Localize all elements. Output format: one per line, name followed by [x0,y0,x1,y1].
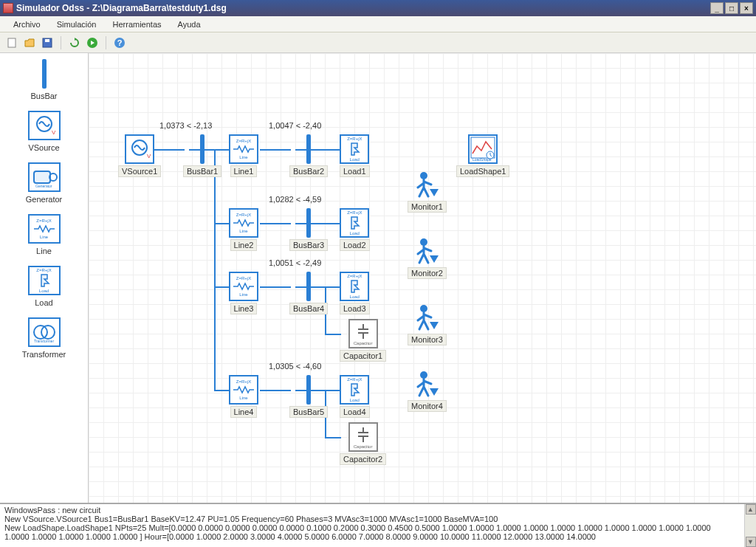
help-icon: ? [114,37,126,49]
node-line2[interactable]: Z=R+jXLine Line2 [229,208,258,251]
svg-text:?: ? [117,38,123,47]
console-scrollbar[interactable]: ▲ ▼ [744,504,756,547]
node-label: Capacitor1 [340,350,386,362]
voltage-label: 1,0305 < -4,60 [269,362,321,371]
node-monitor3[interactable]: Monitor3 [408,303,447,345]
menu-archivo[interactable]: Archivo [6,18,48,31]
svg-text:V: V [147,153,151,159]
maximize-button[interactable]: □ [725,2,738,14]
node-vsource1[interactable]: V VSource1 [118,134,161,177]
wire [214,390,230,391]
load-icon: Z=R+jXLoad [340,134,369,164]
generator-icon: Generator [28,162,61,192]
node-capacitor2[interactable]: Capacitor Capacitor2 [340,422,386,465]
load-icon: Z=R+jXLoad [340,375,369,405]
output-console: WindowsPass : new circuit New VSource.VS… [0,503,756,547]
svg-rect-0 [8,38,16,47]
busbar-icon [42,59,47,89]
node-monitor4[interactable]: Monitor4 [408,369,447,412]
busbar-icon [294,134,323,164]
palette-item-busbar[interactable]: BusBar [28,59,61,100]
monitor-icon [413,170,440,199]
voltage-label: 1,0051 < -2,49 [269,258,321,267]
palette-item-vsource[interactable]: V VSource [28,111,61,152]
palette-item-load[interactable]: Z=R+jXLoad Load [28,266,61,307]
node-line3[interactable]: Z=R+jXLine Line3 [229,272,258,314]
monitor-icon [412,303,441,332]
node-busbar3[interactable]: BusBar3 [289,208,328,251]
open-button[interactable] [22,35,37,50]
titlebar: Simulador Odss - Z:\DiagramaBarra\testdu… [0,0,756,16]
node-monitor2[interactable]: Monitor2 [408,236,447,279]
voltage-label: 1,0373 < -2,13 [159,121,212,130]
line-icon: Z=R+jXLine [229,375,258,405]
console-text[interactable]: WindowsPass : new circuit New VSource.VS… [0,504,744,547]
svg-rect-2 [45,39,49,42]
loadshape-icon: LoadShape [468,134,498,164]
wire [260,223,291,224]
voltage-label: 1,0047 < -2,40 [269,121,321,130]
window-title: Simulador Odss - Z:\DiagramaBarra\testdu… [16,3,710,13]
node-loadshape1[interactable]: LoadShape LoadShape1 [456,134,509,177]
palette-label: Generator [26,195,63,204]
vsource-icon: V [28,111,61,140]
node-load1[interactable]: Z=R+jXLoad Load1 [340,134,370,177]
refresh-icon [69,37,80,49]
minimize-button[interactable]: _ [710,2,724,14]
component-palette: BusBar V VSource Generator Generator Z=R… [0,53,89,503]
busbar-icon [294,208,323,238]
node-label: Monitor3 [408,334,447,345]
palette-item-transformer[interactable]: Transformer Transformer [22,317,66,359]
line-icon: Z=R+jXLine [28,214,61,244]
palette-item-line[interactable]: Z=R+jXLine Line [28,214,61,255]
node-label: Line2 [230,239,258,251]
scroll-down-button[interactable]: ▼ [746,537,756,547]
node-load4[interactable]: Z=R+jXLoad Load4 [340,375,370,418]
load-icon: Z=R+jXLoad [340,208,369,238]
line-icon: Z=R+jXLine [229,134,258,164]
refresh-button[interactable] [67,35,82,50]
node-label: BusBar3 [289,239,328,251]
monitor-icon [412,236,441,266]
node-label: Load2 [340,239,370,251]
wire [260,390,291,391]
node-busbar5[interactable]: BusBar5 [289,375,328,418]
busbar-icon [294,375,323,405]
help-button[interactable]: ? [112,35,127,50]
node-line4[interactable]: Z=R+jXLine Line4 [229,375,258,418]
node-load3[interactable]: Z=R+jXLoad Load3 [340,272,370,314]
node-capacitor1[interactable]: Capacitor Capacitor1 [340,319,386,362]
node-busbar1[interactable]: BusBar1 [183,134,221,177]
palette-item-generator[interactable]: Generator Generator [26,162,63,204]
open-icon [24,37,35,49]
menu-herramientas[interactable]: Herramientas [106,18,169,31]
line-icon: Z=R+jXLine [229,272,258,301]
monitor-icon [413,236,440,266]
wire [260,286,291,288]
node-label: LoadShape1 [456,165,509,177]
save-button[interactable] [40,35,55,50]
node-load2[interactable]: Z=R+jXLoad Load2 [340,208,370,251]
node-label: VSource1 [118,165,161,177]
svg-text:V: V [52,129,56,136]
busbar-icon [306,375,311,405]
new-button[interactable] [4,35,19,50]
node-label: Load3 [340,303,370,314]
node-monitor1[interactable]: Monitor1 [408,170,447,213]
node-label: BusBar2 [289,165,328,177]
node-busbar4[interactable]: BusBar4 [289,272,328,314]
node-label: Monitor1 [408,201,447,213]
app-icon [3,3,13,13]
menu-simulacion[interactable]: Simulación [49,18,104,31]
load-icon: Z=R+jXLoad [340,272,369,301]
menu-ayuda[interactable]: Ayuda [171,18,208,31]
busbar-icon [294,272,323,301]
node-label: Line3 [230,303,258,314]
scroll-up-button[interactable]: ▲ [746,504,756,515]
node-line1[interactable]: Z=R+jXLine Line1 [229,134,258,177]
palette-label: Transformer [22,350,66,359]
close-button[interactable]: × [740,2,753,14]
diagram-canvas[interactable]: V VSource1 BusBar1 Z=R+jXLine Line1 BusB… [89,53,756,503]
node-busbar2[interactable]: BusBar2 [289,134,328,177]
run-button[interactable] [85,35,100,50]
